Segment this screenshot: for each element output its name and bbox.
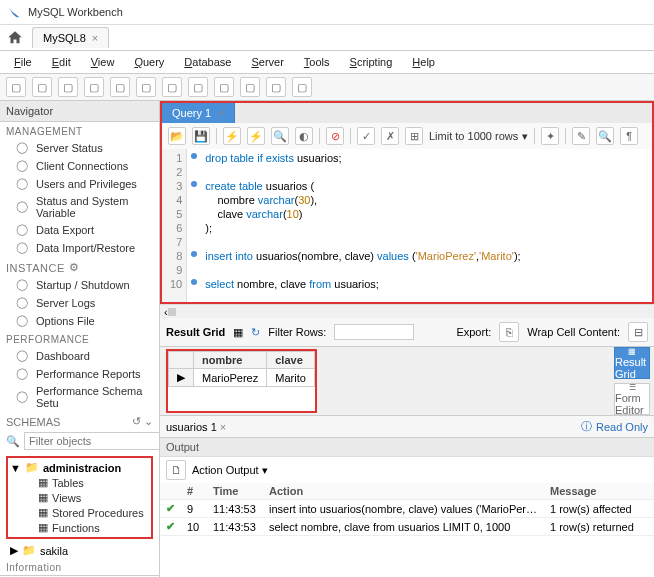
- db-icon[interactable]: ▢: [292, 77, 312, 97]
- menu-edit[interactable]: Edit: [44, 53, 79, 71]
- output-row[interactable]: ✔911:43:53insert into usuarios(nombre, c…: [160, 500, 654, 518]
- close-icon[interactable]: ×: [217, 107, 223, 119]
- autocommit-icon[interactable]: ⊞: [405, 127, 423, 145]
- editor-toolbar: 📂 💾 ⚡ ⚡ 🔍 ◐ ⊘ ✓ ✗ ⊞ Limit to 1000 rows▾ …: [160, 123, 654, 149]
- refresh-icon[interactable]: ↻: [251, 326, 260, 339]
- beautify-icon[interactable]: ✎: [572, 127, 590, 145]
- connection-tab[interactable]: MySQL8 ×: [32, 27, 109, 48]
- grid-icon[interactable]: ▦: [233, 326, 243, 339]
- nav-item-users-and-privileges[interactable]: ◯Users and Privileges: [0, 175, 159, 193]
- nav-item-data-export[interactable]: ◯Data Export: [0, 221, 159, 239]
- menu-view[interactable]: View: [83, 53, 123, 71]
- limit-selector[interactable]: Limit to 1000 rows▾: [429, 130, 528, 143]
- nav-item-dashboard[interactable]: ◯Dashboard: [0, 347, 159, 365]
- execute-icon[interactable]: ⚡: [223, 127, 241, 145]
- menu-scripting[interactable]: Scripting: [342, 53, 401, 71]
- col-clave[interactable]: clave: [267, 352, 315, 369]
- export-icon[interactable]: ⎘: [499, 322, 519, 342]
- nav-item-options-file[interactable]: ◯Options File: [0, 312, 159, 330]
- new-sql-icon[interactable]: ▢: [6, 77, 26, 97]
- output-table: # Time Action Message ✔911:43:53insert i…: [160, 483, 654, 577]
- menu-database[interactable]: Database: [176, 53, 239, 71]
- stop-icon[interactable]: ◐: [295, 127, 313, 145]
- col-time: Time: [207, 483, 263, 500]
- schema-child-functions[interactable]: ▦Functions: [10, 520, 149, 535]
- save-icon[interactable]: 💾: [192, 127, 210, 145]
- col-action: Action: [263, 483, 544, 500]
- nav-item-performance-reports[interactable]: ◯Performance Reports: [0, 365, 159, 383]
- db-icon[interactable]: ▢: [240, 77, 260, 97]
- output-mode-select[interactable]: Action Output ▾: [192, 464, 268, 477]
- navigator-title: Navigator: [6, 105, 53, 117]
- save-icon[interactable]: ▢: [84, 77, 104, 97]
- schema-child-views[interactable]: ▦Views: [10, 490, 149, 505]
- new-sql-icon[interactable]: ▢: [32, 77, 52, 97]
- db-icon[interactable]: ▢: [188, 77, 208, 97]
- nav-item-performance-schema-setu[interactable]: ◯Performance Schema Setu: [0, 383, 159, 411]
- wrap-label: Wrap Cell Content:: [527, 326, 620, 338]
- home-icon[interactable]: [6, 29, 24, 47]
- output-header: Output: [160, 437, 654, 456]
- app-title: MySQL Workbench: [28, 6, 123, 18]
- cell[interactable]: MarioPerez: [194, 369, 267, 387]
- invisible-icon[interactable]: ¶: [620, 127, 638, 145]
- schema-item-sakila[interactable]: ▶📁sakila: [0, 543, 159, 558]
- schemas-section: SCHEMAS↺ ⌄: [0, 411, 159, 430]
- sql-editor[interactable]: 12345678910 drop table if exists usuario…: [160, 149, 654, 304]
- no-icon[interactable]: ⊘: [326, 127, 344, 145]
- query-tab[interactable]: Query 1 ×: [162, 103, 235, 123]
- result-grid[interactable]: nombreclave ▶MarioPerezMarito: [166, 349, 317, 413]
- filter-rows-input[interactable]: [334, 324, 414, 340]
- wrap-icon[interactable]: ⊟: [628, 322, 648, 342]
- schema-child-stored-procedures[interactable]: ▦Stored Procedures: [10, 505, 149, 520]
- menu-server[interactable]: Server: [243, 53, 291, 71]
- cell[interactable]: Marito: [267, 369, 315, 387]
- management-section: MANAGEMENT: [0, 122, 159, 139]
- menu-query[interactable]: Query: [126, 53, 172, 71]
- output-clear-icon[interactable]: 🗋: [166, 460, 186, 480]
- close-icon[interactable]: ×: [92, 32, 98, 44]
- success-icon: ✔: [166, 502, 175, 514]
- nav-item-server-logs[interactable]: ◯Server Logs: [0, 294, 159, 312]
- close-icon[interactable]: ×: [220, 421, 226, 433]
- schema-item-administracion[interactable]: ▼📁administracion: [10, 460, 149, 475]
- result-grid-label: Result Grid: [166, 326, 225, 338]
- nav-item-client-connections[interactable]: ◯Client Connections: [0, 157, 159, 175]
- menu-help[interactable]: Help: [404, 53, 443, 71]
- nav-item-server-status[interactable]: ◯Server Status: [0, 139, 159, 157]
- db-icon[interactable]: ▢: [266, 77, 286, 97]
- rollback-icon[interactable]: ✗: [381, 127, 399, 145]
- nav-item-status-and-system-variable[interactable]: ◯Status and System Variable: [0, 193, 159, 221]
- schema-filter: 🔍: [6, 432, 153, 450]
- col-num: #: [181, 483, 207, 500]
- hscroll[interactable]: ‹: [160, 304, 654, 318]
- schema-child-tables[interactable]: ▦Tables: [10, 475, 149, 490]
- star-icon[interactable]: ✦: [541, 127, 559, 145]
- sep-icon[interactable]: ▢: [110, 77, 130, 97]
- form-editor-button[interactable]: ☰Form Editor: [614, 383, 650, 415]
- result-tab[interactable]: usuarios 1: [166, 421, 217, 433]
- explain-icon[interactable]: 🔍: [271, 127, 289, 145]
- query-tab-label: Query 1: [172, 107, 211, 119]
- execute-current-icon[interactable]: ⚡: [247, 127, 265, 145]
- col-nombre[interactable]: nombre: [194, 352, 267, 369]
- output-row[interactable]: ✔1011:43:53select nombre, clave from usu…: [160, 518, 654, 536]
- nav-item-data-import-restore[interactable]: ◯Data Import/Restore: [0, 239, 159, 257]
- row-selector[interactable]: ▶: [169, 369, 194, 387]
- find-icon[interactable]: 🔍: [596, 127, 614, 145]
- performance-section: PERFORMANCE: [0, 330, 159, 347]
- open-icon[interactable]: ▢: [58, 77, 78, 97]
- db-icon[interactable]: ▢: [136, 77, 156, 97]
- navigator-header: Navigator: [0, 101, 159, 122]
- results-toolbar: Result Grid ▦ ↻ Filter Rows: Export: ⎘ W…: [160, 318, 654, 347]
- menu-tools[interactable]: Tools: [296, 53, 338, 71]
- open-icon[interactable]: 📂: [168, 127, 186, 145]
- commit-icon[interactable]: ✓: [357, 127, 375, 145]
- db-icon[interactable]: ▢: [214, 77, 234, 97]
- db-icon[interactable]: ▢: [162, 77, 182, 97]
- result-grid-button[interactable]: ▦Result Grid: [614, 347, 650, 379]
- menu-file[interactable]: File: [6, 53, 40, 71]
- filter-input[interactable]: [24, 432, 160, 450]
- result-status-bar: usuarios 1 × ⓘRead Only: [160, 415, 654, 437]
- nav-item-startup-shutdown[interactable]: ◯Startup / Shutdown: [0, 276, 159, 294]
